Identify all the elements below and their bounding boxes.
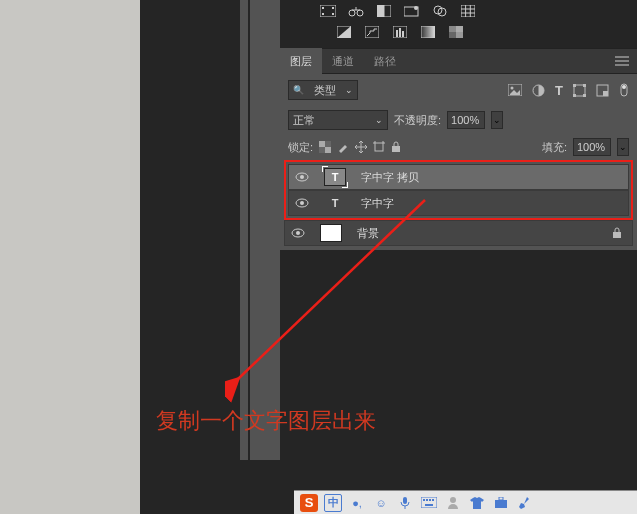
- blend-mode-select[interactable]: 正常 ⌄: [288, 110, 388, 130]
- layer-row[interactable]: 背景: [284, 220, 633, 246]
- tab-channels[interactable]: 通道: [322, 48, 364, 74]
- selective-color-icon[interactable]: [448, 25, 464, 38]
- layer-thumbnail: [311, 224, 351, 242]
- layer-thumbnail: T: [315, 168, 355, 186]
- ime-mode-icon[interactable]: 中: [324, 494, 342, 512]
- posterize-icon[interactable]: [364, 25, 380, 38]
- invert-icon[interactable]: [336, 25, 352, 38]
- punct-icon[interactable]: ●,: [348, 494, 366, 512]
- adjustments-row-2: [280, 21, 637, 42]
- settings-icon[interactable]: [516, 494, 534, 512]
- lock-icons: [319, 141, 401, 153]
- lock-artboard-icon[interactable]: [373, 141, 385, 153]
- svg-rect-64: [403, 497, 407, 504]
- panels-area: 图层 通道 路径 🔍 类型 ⌄ T 正常: [280, 0, 637, 250]
- svg-rect-50: [375, 143, 383, 151]
- sogou-logo-icon[interactable]: S: [300, 494, 318, 512]
- keyboard-icon[interactable]: [420, 494, 438, 512]
- filter-type-icon[interactable]: T: [555, 83, 563, 98]
- kind-label: 类型: [314, 83, 336, 98]
- svg-rect-23: [396, 30, 398, 37]
- panel-tabs: 图层 通道 路径: [280, 48, 637, 74]
- svg-rect-69: [432, 499, 434, 501]
- layer-name[interactable]: 字中字: [355, 196, 628, 211]
- bg-layer-icon: [320, 224, 342, 242]
- threshold-icon[interactable]: [392, 25, 408, 38]
- svg-rect-27: [449, 26, 456, 32]
- svg-point-5: [349, 10, 355, 16]
- fill-dropdown[interactable]: ⌄: [617, 138, 629, 156]
- svg-rect-30: [456, 32, 463, 38]
- layer-name[interactable]: 背景: [351, 226, 612, 241]
- filter-toggle-icon[interactable]: [619, 83, 629, 97]
- visibility-toggle[interactable]: [289, 198, 315, 208]
- emoji-icon[interactable]: ☺: [372, 494, 390, 512]
- svg-rect-2: [332, 7, 334, 9]
- visibility-toggle[interactable]: [289, 172, 315, 182]
- photo-filter-icon[interactable]: [404, 4, 420, 17]
- opacity-input[interactable]: 100%: [447, 111, 485, 129]
- user-icon[interactable]: [444, 494, 462, 512]
- svg-rect-25: [402, 31, 404, 37]
- gradient-map-icon[interactable]: [420, 25, 436, 38]
- visibility-toggle[interactable]: [285, 228, 311, 238]
- annotation-highlight: T 字中字 拷贝 T 字中字: [284, 160, 633, 220]
- filter-adjustment-icon[interactable]: [532, 84, 545, 97]
- svg-rect-15: [461, 5, 475, 17]
- svg-rect-66: [423, 499, 425, 501]
- svg-point-59: [300, 201, 304, 205]
- adjustments-row-1: [280, 0, 637, 21]
- panel-menu-icon[interactable]: [615, 56, 629, 66]
- opacity-dropdown[interactable]: ⌄: [491, 111, 503, 129]
- annotation-text: 复制一个文字图层出来: [156, 406, 376, 436]
- search-icon: 🔍: [293, 85, 304, 95]
- filter-smart-icon[interactable]: [596, 84, 609, 97]
- layer-thumbnail: T: [315, 194, 355, 212]
- lock-transparency-icon[interactable]: [319, 141, 331, 153]
- svg-point-6: [357, 10, 363, 16]
- kind-select[interactable]: 🔍 类型 ⌄: [288, 80, 358, 100]
- svg-rect-43: [603, 91, 608, 96]
- skin-icon[interactable]: [468, 494, 486, 512]
- svg-rect-72: [495, 500, 507, 508]
- chevron-down-icon: ⌄: [345, 85, 353, 95]
- lock-all-icon[interactable]: [391, 141, 401, 153]
- lock-position-icon[interactable]: [355, 141, 367, 153]
- ime-taskbar: S 中 ●, ☺: [294, 490, 637, 514]
- app-background: 图层 通道 路径 🔍 类型 ⌄ T 正常: [140, 0, 637, 514]
- lock-icon: [612, 227, 622, 239]
- mic-icon[interactable]: [396, 494, 414, 512]
- layer-name[interactable]: 字中字 拷贝: [355, 170, 628, 185]
- svg-rect-67: [426, 499, 428, 501]
- layer-row[interactable]: T 字中字 拷贝: [288, 164, 629, 190]
- layer-filter-row: 🔍 类型 ⌄ T: [280, 74, 637, 106]
- svg-point-57: [300, 175, 304, 179]
- text-layer-icon: T: [324, 168, 346, 186]
- lock-brush-icon[interactable]: [337, 141, 349, 153]
- channel-mixer-icon[interactable]: [432, 4, 448, 17]
- canvas-edge: [240, 0, 248, 460]
- svg-rect-24: [399, 28, 401, 37]
- toolbox-icon[interactable]: [492, 494, 510, 512]
- svg-rect-46: [319, 141, 325, 147]
- lut-icon[interactable]: [460, 4, 476, 17]
- svg-rect-4: [332, 13, 334, 15]
- svg-point-35: [511, 87, 514, 90]
- film-icon[interactable]: [320, 4, 336, 17]
- blend-row: 正常 ⌄ 不透明度: 100% ⌄: [280, 106, 637, 134]
- fill-input[interactable]: 100%: [573, 138, 611, 156]
- svg-point-61: [296, 231, 300, 235]
- filter-shape-icon[interactable]: [573, 84, 586, 97]
- layer-row[interactable]: T 字中字: [288, 190, 629, 216]
- svg-point-45: [622, 85, 626, 89]
- layers-list: T 字中字 拷贝 T 字中字 背景: [280, 160, 637, 250]
- balance-icon[interactable]: [348, 4, 364, 17]
- filter-pixel-icon[interactable]: [508, 84, 522, 96]
- svg-rect-40: [573, 94, 576, 97]
- opacity-label: 不透明度:: [394, 113, 441, 128]
- svg-rect-29: [449, 32, 456, 38]
- tab-paths[interactable]: 路径: [364, 48, 406, 74]
- tab-layers[interactable]: 图层: [280, 48, 322, 74]
- svg-rect-39: [583, 84, 586, 87]
- bw-icon[interactable]: [376, 4, 392, 17]
